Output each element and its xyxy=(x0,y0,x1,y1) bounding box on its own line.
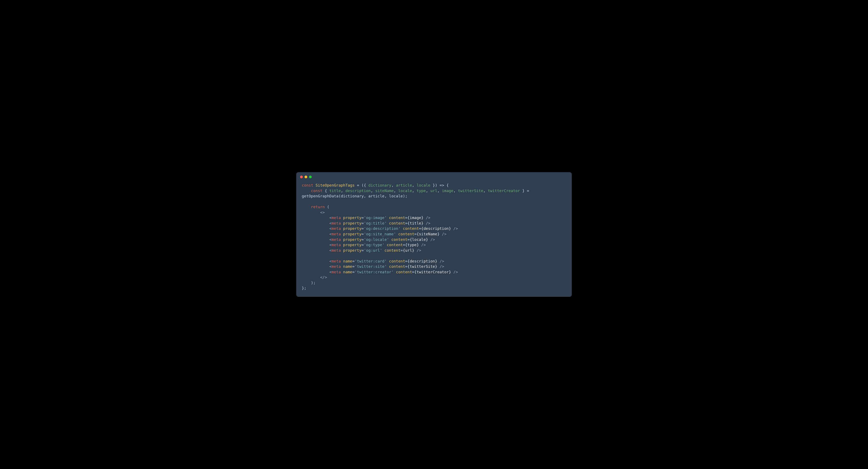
keyword-const: const xyxy=(302,183,313,187)
code-window: const SiteOpenGraphTags = ({ dictionary,… xyxy=(296,172,572,297)
page-background: const SiteOpenGraphTags = ({ dictionary,… xyxy=(0,0,868,469)
component-name: SiteOpenGraphTags xyxy=(315,183,354,187)
code-block: const SiteOpenGraphTags = ({ dictionary,… xyxy=(296,180,572,297)
minimize-icon[interactable] xyxy=(305,176,307,178)
window-titlebar xyxy=(296,172,572,180)
close-icon[interactable] xyxy=(300,176,303,178)
maximize-icon[interactable] xyxy=(309,176,312,178)
